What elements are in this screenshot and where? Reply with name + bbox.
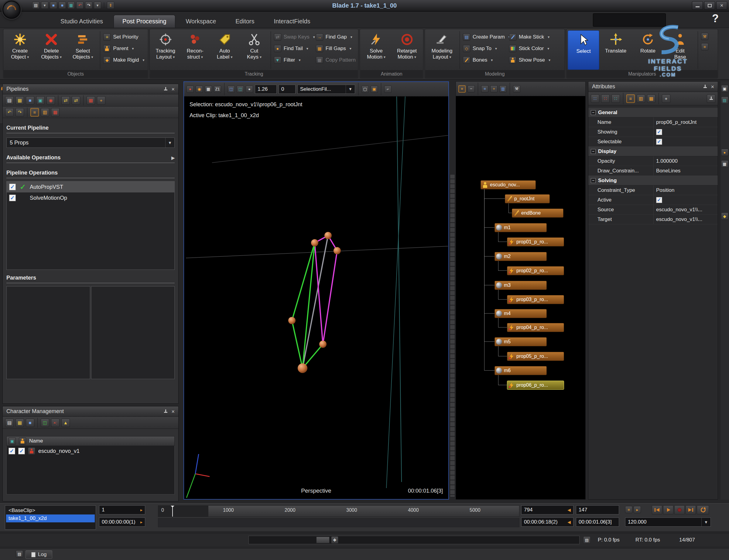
duplicate-character-icon[interactable]: ◫ <box>41 419 49 427</box>
layers-icon[interactable]: ◫ <box>227 86 235 93</box>
attr-dots3-icon[interactable]: ∷ <box>612 94 620 103</box>
pin-icon[interactable] <box>703 85 707 89</box>
collapsed-panel-icon[interactable]: ▦ <box>721 160 728 168</box>
rotate-manipulator-button[interactable]: Rotate <box>632 30 664 70</box>
attr-value-cell[interactable]: Position <box>654 185 718 195</box>
parameters-box-left[interactable] <box>6 286 90 379</box>
character-checkbox[interactable]: ✓ <box>18 448 25 454</box>
translate-manipulator-button[interactable]: Translate <box>600 30 632 70</box>
attr-value-cell[interactable]: 1.000000 <box>654 156 718 166</box>
operation-checkbox[interactable]: ✓ <box>9 184 16 190</box>
open-pipeline-icon[interactable]: ▦ <box>15 96 24 105</box>
demote-icon[interactable]: ↷ <box>15 108 24 117</box>
help-button[interactable]: ? <box>712 12 719 25</box>
viewport-3d[interactable]: ● ◉ ▦ Z1 ◫ ◫ ● 1.26 0 SelectionFil... ▼ … <box>183 81 449 500</box>
tab-post-processing[interactable]: Post Processing <box>114 15 175 28</box>
tab-workspace[interactable]: Workspace <box>177 15 225 28</box>
collapsed-panel-icon[interactable]: ● <box>721 149 728 156</box>
make-stick-button[interactable]: Make Stick ▾ <box>509 33 552 41</box>
create-object-button[interactable]: Create Object▾ <box>5 30 35 70</box>
new-pipeline-icon[interactable]: ▤ <box>5 96 14 105</box>
save-icon[interactable]: ■ <box>50 2 57 9</box>
tab-studio-activities[interactable]: Studio Activities <box>52 15 112 28</box>
grab-icon[interactable]: ✥ <box>331 536 338 544</box>
pipeline-operation-row[interactable]: ✓SolveMotionOp <box>7 192 174 203</box>
checkbox-checked-icon[interactable]: ✓ <box>656 129 662 135</box>
layers-copy-icon[interactable]: ◫ <box>237 86 244 93</box>
grid-icon[interactable]: ▦ <box>205 86 212 93</box>
redo-dropdown-icon[interactable]: ▾ <box>94 2 101 9</box>
start-frame-field[interactable]: 1 ▸ <box>99 505 145 514</box>
save-all-icon[interactable]: ■ <box>59 2 66 9</box>
clip-row[interactable]: take1_1_00_x2d <box>6 514 95 522</box>
sphere-icon[interactable]: ● <box>246 86 253 93</box>
collapsed-panel-icon[interactable]: ▤ <box>721 97 728 104</box>
selection-filter-dropdown[interactable]: SelectionFil... ▼ <box>297 85 355 94</box>
tree-node-m2[interactable]: m2 <box>495 252 547 261</box>
attr-value-cell[interactable]: ✓ <box>654 137 718 146</box>
loop-button[interactable] <box>697 505 709 514</box>
select-manipulator-button[interactable]: Select <box>568 30 599 70</box>
close-icon[interactable]: × <box>711 84 714 90</box>
run-pipeline-icon[interactable]: ◉ <box>46 96 55 105</box>
tree-node-m4[interactable]: m4 <box>495 309 547 318</box>
tree-node-prop02-p-ro-[interactable]: prop02_p_ro... <box>507 266 564 275</box>
attr-dots2-icon[interactable]: ∷ <box>601 94 610 103</box>
detail-view-icon[interactable]: ▥ <box>41 108 49 117</box>
attr-dots-icon[interactable]: ∷ <box>591 94 599 103</box>
tree-node-endBone[interactable]: endBone <box>512 209 564 218</box>
current-frame-field[interactable]: 147 <box>576 505 619 514</box>
tree-node-p-rootJnt[interactable]: p_rootJnt <box>505 194 550 203</box>
tree-node-prop05-p-ro-[interactable]: prop05_p_ro... <box>507 352 564 361</box>
fill-gaps-button[interactable]: ▦ Fill Gaps ▾ <box>316 44 356 53</box>
key-icon[interactable]: ⌐ <box>384 86 392 93</box>
move-up-icon[interactable]: ⇄ <box>61 96 70 105</box>
open-icon[interactable]: ▦ <box>67 2 75 9</box>
attr-section-display[interactable]: −Display <box>588 147 718 156</box>
field-button-icon[interactable]: ◀ <box>567 507 571 512</box>
tree-node-m3[interactable]: m3 <box>495 281 547 290</box>
attr-list-icon[interactable]: ▥ <box>637 94 645 103</box>
attr-section-general[interactable]: −General <box>588 108 718 117</box>
retarget-motion-button[interactable]: Retarget Motion▾ <box>392 30 422 70</box>
tab-editors[interactable]: Editors <box>226 15 263 28</box>
attr-value-cell[interactable]: ✓ <box>654 195 718 205</box>
tree-node-m6[interactable]: m6 <box>495 366 547 375</box>
attr-value-cell[interactable]: ✓ <box>654 127 718 137</box>
wrench-icon[interactable]: ⚒ <box>513 85 520 93</box>
app-logo[interactable] <box>2 1 21 19</box>
attr-value[interactable]: 1.000000 <box>656 158 678 164</box>
checkbox-checked-icon[interactable]: ✓ <box>656 197 662 203</box>
tree-node-prop01-p-ro-[interactable]: prop01_p_ro... <box>507 237 564 246</box>
bones-button[interactable]: Bones ▾ <box>463 56 506 64</box>
collapse-icon[interactable]: − <box>591 110 596 115</box>
pin-icon[interactable] <box>164 409 168 413</box>
pin-icon[interactable] <box>164 87 168 91</box>
operation-checkbox[interactable]: ✓ <box>9 195 16 201</box>
minimize-button[interactable] <box>692 1 703 10</box>
tree-node-m5[interactable]: m5 <box>495 337 547 346</box>
edit-base-button[interactable]: Edit Base <box>664 30 696 70</box>
clip-row[interactable]: <BaseClip> <box>6 507 95 514</box>
tracking-layout-button[interactable]: Tracking Layout▾ <box>151 30 180 70</box>
viewport-canvas[interactable]: Selection: escudo_novo_v1\\prop06_p_root… <box>184 97 448 499</box>
trophy-icon[interactable]: ▲ <box>61 419 70 427</box>
save-pipeline-icon[interactable]: ■ <box>26 96 34 105</box>
attr-pin-icon[interactable] <box>707 94 715 103</box>
checkbox-checked-icon[interactable]: ✓ <box>656 139 662 145</box>
keylist-arrow-icon[interactable]: ▸ <box>634 506 641 513</box>
record-button[interactable] <box>674 505 685 514</box>
timeline-sub-track[interactable] <box>158 518 520 527</box>
stick-color-button[interactable]: Stick Color ▾ <box>509 44 552 53</box>
solve-motion-button[interactable]: Solve Motion▾ <box>361 30 391 70</box>
segment-scrollbar[interactable] <box>450 174 455 497</box>
tree-node-m1[interactable]: m1 <box>495 223 547 232</box>
start-timecode-field[interactable]: 00:00:00:00(1) ▸ <box>99 518 145 527</box>
go-to-end-button[interactable] <box>686 505 696 514</box>
attr-value[interactable]: prop06_p_rootJnt <box>656 119 697 125</box>
maximize-button[interactable] <box>704 1 715 10</box>
make-rigid-button[interactable]: ◆ Make Rigid ▾ <box>103 56 145 64</box>
end-timecode-field[interactable]: 00:00:06:18(2) ◀ <box>521 518 574 527</box>
attr-value-cell[interactable]: BoneLines <box>654 166 718 175</box>
cut-keys-button[interactable]: Cut Keys▾ <box>240 30 268 70</box>
